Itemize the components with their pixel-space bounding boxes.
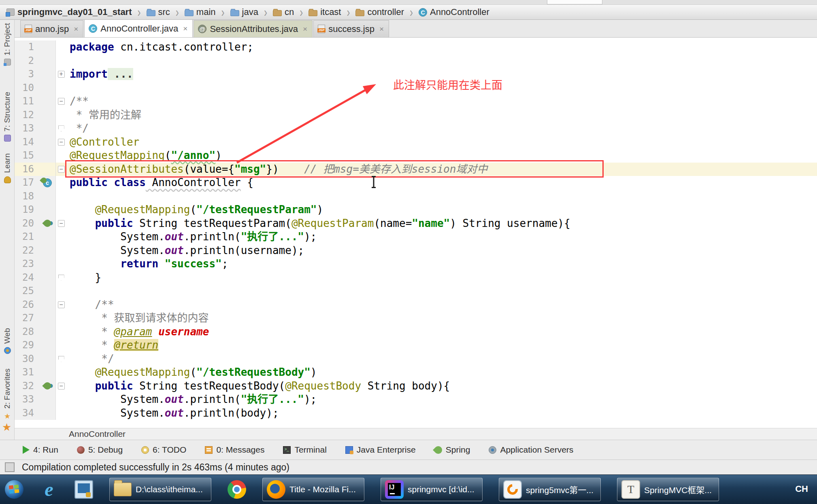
taskbar-firefox-button[interactable]: Title - Mozilla Fi...	[262, 478, 364, 501]
breadcrumb-separator-icon: ›	[218, 4, 228, 20]
typora-icon	[621, 480, 640, 499]
breadcrumb-item[interactable]: controller	[353, 7, 406, 17]
breadcrumb-item[interactable]: src	[144, 7, 172, 17]
stripe-item-learn[interactable]: Learn	[0, 153, 15, 183]
code-line-text[interactable]: * @return	[66, 339, 817, 352]
code-line-text[interactable]: */	[66, 352, 817, 366]
taskbar-media-player-button[interactable]: spring5mvc第一...	[499, 478, 601, 501]
taskbar-typora-button[interactable]: SpringMVC框架...	[617, 478, 719, 501]
breadcrumb-separator-icon: ›	[172, 4, 182, 20]
toolbar-item-run[interactable]: 4: Run	[23, 445, 58, 455]
code-line-text[interactable]: public class AnnoController {	[66, 176, 817, 190]
line-number: 10	[15, 81, 40, 95]
toolbar-item-appservers[interactable]: Application Servers	[489, 445, 573, 455]
fold-expand-icon[interactable]: +	[58, 71, 65, 78]
code-line-text[interactable]: System.out.println(body);	[66, 407, 817, 420]
code-line-text[interactable]: * @param username	[66, 325, 817, 339]
code-line-text[interactable]: @Controller	[66, 136, 817, 149]
tab-anno.jsp[interactable]: anno.jsp×	[20, 20, 83, 37]
tab-close-icon[interactable]: ×	[72, 25, 78, 34]
breadcrumb-item[interactable]: AnnoController	[416, 7, 492, 17]
breadcrumb-item[interactable]: cn	[270, 7, 296, 17]
breadcrumb-item[interactable]: main	[182, 7, 218, 17]
taskbar-remote-desktop-button[interactable]	[74, 478, 93, 501]
code-line-text[interactable]: System.out.println("执行了...");	[66, 393, 817, 407]
taskbar-intellij-button[interactable]: springmvc [d:\id...	[381, 478, 483, 501]
code-editor[interactable]: 1package cn.itcast.controller;23+import …	[15, 38, 817, 428]
toolwindow-toggle-icon[interactable]	[5, 462, 15, 472]
code-token: .println(username);	[184, 244, 304, 256]
fold-collapse-icon[interactable]: −	[58, 220, 65, 227]
taskbar-folder-button[interactable]: D:\class\itheima...	[109, 478, 211, 501]
toolbar-item-todo[interactable]: 6: TODO	[141, 445, 186, 455]
toolbar-item-terminal[interactable]: Terminal	[283, 445, 326, 455]
fold-end-icon[interactable]	[58, 275, 64, 281]
code-line-text[interactable]: @SessionAttributes(value={"msg"}) // 把ms…	[66, 163, 817, 176]
fold-collapse-icon[interactable]: −	[58, 301, 65, 308]
stripe-item-structure[interactable]: 7: Structure	[0, 92, 15, 142]
code-line-text[interactable]: public String testRequestParam(@RequestP…	[66, 217, 817, 231]
toolbar-item-messages[interactable]: 0: Messages	[205, 445, 264, 455]
code-line-text[interactable]: public String testRequestBody(@RequestBo…	[66, 379, 817, 393]
code-line-text[interactable]: @RequestMapping("/testRequestParam")	[66, 203, 817, 217]
stripe-item-web[interactable]: Web	[0, 328, 15, 354]
taskbar-chrome-button[interactable]	[228, 478, 246, 501]
gutter-icon-cell	[40, 339, 56, 352]
tab-SessionAttributes.java[interactable]: SessionAttributes.java×	[194, 20, 313, 37]
code-token: {	[241, 176, 253, 188]
bean-gutter-icon[interactable]	[42, 381, 52, 391]
code-line-text[interactable]: System.out.println("执行了...");	[66, 230, 817, 244]
favorites-star-icon[interactable]: ★	[2, 421, 11, 434]
tab-close-icon[interactable]: ×	[181, 24, 187, 33]
code-line-text[interactable]	[66, 54, 817, 68]
toolbar-item-spring[interactable]: Spring	[434, 445, 470, 455]
stripe-item-project[interactable]: 1: Project	[0, 23, 15, 66]
fold-end-icon[interactable]	[58, 356, 64, 362]
tab-close-icon[interactable]: ×	[378, 25, 384, 34]
fold-cell	[56, 339, 66, 352]
code-line-text[interactable]: package cn.itcast.controller;	[66, 40, 817, 54]
taskbar-windows-start-button[interactable]	[5, 478, 23, 501]
fold-collapse-icon[interactable]: −	[58, 166, 65, 173]
code-line-text[interactable]: /**	[66, 95, 817, 108]
code-line-text[interactable]: * 获取到请求体的内容	[66, 311, 817, 325]
stripe-item-favorites[interactable]: 2: Favorites★	[0, 368, 15, 421]
code-line-1: 1package cn.itcast.controller;	[15, 40, 817, 54]
fold-collapse-icon[interactable]: −	[58, 139, 65, 146]
code-line-text[interactable]: @RequestMapping("/testRequestBody")	[66, 366, 817, 379]
tab-label: success.jsp	[328, 24, 374, 34]
toolbar-item-debug[interactable]: 5: Debug	[77, 445, 123, 455]
code-lines: 1package cn.itcast.controller;23+import …	[15, 38, 817, 428]
fold-collapse-icon[interactable]: −	[58, 98, 65, 105]
ime-language-indicator[interactable]: CH	[795, 484, 808, 494]
code-line-text[interactable]	[66, 190, 817, 203]
code-token: System.	[70, 244, 165, 256]
code-line-text[interactable]: System.out.println(username);	[66, 244, 817, 258]
breadcrumb-item[interactable]: itcast	[306, 7, 343, 17]
learn-icon	[4, 176, 11, 183]
bean-gutter-icon[interactable]	[42, 218, 52, 228]
class-gutter-icon[interactable]	[43, 178, 52, 187]
code-line-text[interactable]: }	[66, 271, 817, 285]
breadcrumb-item[interactable]: java	[228, 7, 261, 17]
code-line-text[interactable]	[66, 284, 817, 298]
code-line-text[interactable]: @RequestMapping("/anno")	[66, 149, 817, 163]
breadcrumb-item[interactable]: springmvc_day01_01_start	[4, 7, 134, 17]
code-token: "执行了..."	[241, 231, 304, 243]
code-line-text[interactable]: * 常用的注解	[66, 108, 817, 122]
code-token	[70, 258, 120, 270]
status-message: Compilation completed successfully in 2s…	[22, 462, 289, 473]
code-line-33: 33 System.out.println("执行了...");	[15, 393, 817, 407]
tab-close-icon[interactable]: ×	[301, 25, 307, 34]
code-line-text[interactable]: return "success";	[66, 257, 817, 271]
code-line-text[interactable]: */	[66, 122, 817, 136]
tab-success.jsp[interactable]: success.jsp×	[313, 20, 389, 37]
toolbar-item-javaee[interactable]: Java Enterprise	[345, 445, 416, 455]
tab-AnnoController.java[interactable]: AnnoController.java×	[84, 19, 193, 37]
fold-end-icon[interactable]	[58, 125, 64, 131]
fold-collapse-icon[interactable]: −	[58, 383, 65, 390]
code-line-text[interactable]: /**	[66, 298, 817, 312]
editor-breadcrumb-class[interactable]: AnnoController	[69, 429, 126, 439]
taskbar-internet-explorer-button[interactable]	[40, 478, 58, 501]
code-token: // 把msg=美美存入到session域对中	[279, 163, 488, 175]
